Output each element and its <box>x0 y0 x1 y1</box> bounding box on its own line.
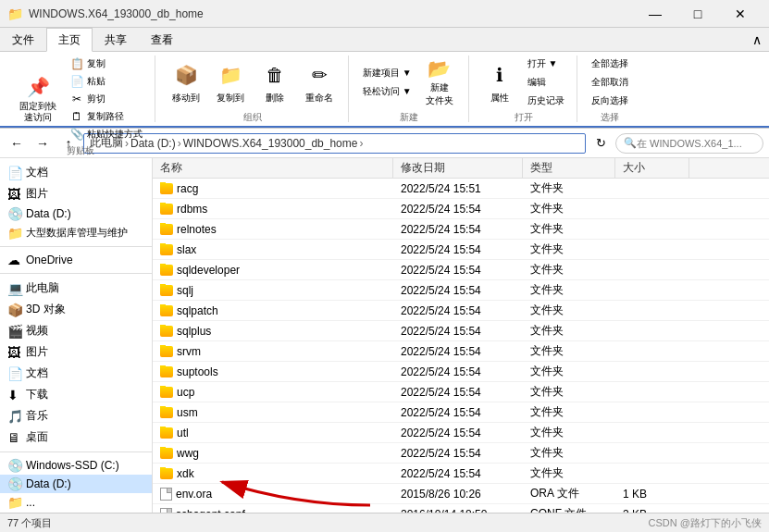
folder-icon <box>160 183 173 194</box>
search-input[interactable] <box>637 138 755 149</box>
new-folder-button[interactable]: 📂 新建文件夹 <box>418 56 461 109</box>
folder-icon <box>160 204 173 215</box>
sidebar-item-pictures[interactable]: 🖼 图片 <box>0 183 152 204</box>
easy-access-button[interactable]: 轻松访问 ▼ <box>358 83 416 100</box>
computer-icon: 💻 <box>7 282 22 295</box>
open-label: 打开 <box>515 111 533 126</box>
sidebar-item-downloads[interactable]: ⬇ 下载 <box>0 384 152 405</box>
header-size[interactable]: 大小 <box>615 158 689 178</box>
sidebar-item-docs[interactable]: 📄 文档 <box>0 363 152 384</box>
table-row[interactable]: sqlj 2022/5/24 15:54 文件夹 <box>153 280 769 301</box>
file-size: 1 KB <box>615 488 689 501</box>
file-type: 文件夹 <box>523 384 615 400</box>
table-row[interactable]: ucp 2022/5/24 15:54 文件夹 <box>153 382 769 402</box>
delete-button[interactable]: 🗑 删除 <box>254 56 296 109</box>
sidebar-item-pictures2[interactable]: 🖼 图片 <box>0 341 152 363</box>
file-name: schagent.conf <box>153 508 393 513</box>
header-type[interactable]: 类型 <box>523 158 615 178</box>
clipboard-group: 📌 固定到快速访问 📋 复制 📄 粘贴 ✂ <box>6 56 155 122</box>
drive-icon: 💿 <box>7 207 22 220</box>
pin-to-quickaccess-button[interactable]: 📌 固定到快速访问 <box>13 72 63 126</box>
file-name: usm <box>153 406 393 419</box>
minimize-button[interactable]: — <box>634 0 676 28</box>
copy-path-button[interactable]: 🗒 复制路径 <box>65 108 147 125</box>
table-row[interactable]: utl 2022/5/24 15:54 文件夹 <box>153 423 769 443</box>
cloud-icon: ☁ <box>7 254 22 266</box>
header-name[interactable]: 名称 <box>153 158 393 178</box>
sidebar-item-documents[interactable]: 📄 文档 <box>0 162 152 183</box>
table-row[interactable]: sqlplus 2022/5/24 15:54 文件夹 <box>153 321 769 341</box>
maximize-button[interactable]: □ <box>676 0 719 28</box>
file-date: 2022/5/24 15:54 <box>393 243 523 256</box>
copy-button[interactable]: 📋 复制 <box>65 56 147 72</box>
file-type: 文件夹 <box>523 404 615 420</box>
file-type: CONF 文件 <box>523 506 615 513</box>
move-icon: 📦 <box>171 60 201 90</box>
sidebar-item-data-selected[interactable]: 💿 Data (D:) <box>0 475 152 493</box>
sidebar-item-desktop[interactable]: 🖥 桌面 <box>0 427 152 448</box>
folder-icon <box>160 366 173 377</box>
sidebar-item-3d[interactable]: 📦 3D 对象 <box>0 299 152 320</box>
paste-button[interactable]: 📄 粘贴 <box>65 73 147 90</box>
sidebar-divider-3 <box>0 452 152 452</box>
sidebar-item-thispc[interactable]: 💻 此电脑 <box>0 278 152 299</box>
table-row[interactable]: slax 2022/5/24 15:54 文件夹 <box>153 240 769 260</box>
table-row[interactable]: suptools 2022/5/24 15:54 文件夹 <box>153 362 769 382</box>
file-name: sqldeveloper <box>153 264 393 277</box>
move-to-button[interactable]: 📦 移动到 <box>165 56 207 109</box>
sidebar-item-onedrive[interactable]: ☁ OneDrive <box>0 251 152 269</box>
file-date: 2022/5/24 15:54 <box>393 427 523 439</box>
file-date: 2022/5/24 15:54 <box>393 365 523 378</box>
invert-selection-button[interactable]: 反向选择 <box>587 93 633 109</box>
file-date: 2022/5/24 15:54 <box>393 203 523 216</box>
file-icon <box>160 508 172 513</box>
copy-to-button[interactable]: 📁 复制到 <box>209 56 252 109</box>
select-none-button[interactable]: 全部取消 <box>587 74 633 91</box>
rename-button[interactable]: ✏ 重命名 <box>298 56 341 109</box>
refresh-button[interactable]: ↻ <box>589 132 612 155</box>
table-row[interactable]: usm 2022/5/24 15:54 文件夹 <box>153 402 769 423</box>
table-row[interactable]: racg 2022/5/24 15:51 文件夹 <box>153 179 769 199</box>
cut-button[interactable]: ✂ 剪切 <box>65 91 147 107</box>
table-row[interactable]: schagent.conf 2016/10/14 18:50 CONF 文件 3… <box>153 504 769 513</box>
file-name: env.ora <box>153 488 393 501</box>
file-date: 2022/5/24 15:54 <box>393 406 523 419</box>
history-button[interactable]: 历史记录 <box>523 93 569 109</box>
open-button[interactable]: 打开 ▼ <box>523 56 569 72</box>
address-path[interactable]: 此电脑 › Data (D:) › WINDOWS.X64_193000_db_… <box>83 133 586 154</box>
table-row[interactable]: xdk 2022/5/24 15:54 文件夹 <box>153 464 769 484</box>
folder-icon <box>160 285 173 296</box>
ribbon-collapse-button[interactable]: ∧ <box>745 28 769 51</box>
new-item-button[interactable]: 新建项目 ▼ <box>358 65 416 81</box>
edit-button[interactable]: 编辑 <box>523 74 569 91</box>
table-row[interactable]: env.ora 2015/8/26 10:26 ORA 文件 1 KB <box>153 484 769 504</box>
tab-file[interactable]: 文件 <box>0 28 46 52</box>
sidebar-item-db-folder[interactable]: 📁 大型数据库管理与维护 <box>0 223 152 242</box>
table-row[interactable]: rdbms 2022/5/24 15:54 文件夹 <box>153 199 769 219</box>
table-row[interactable]: sqldeveloper 2022/5/24 15:54 文件夹 <box>153 260 769 280</box>
tab-home[interactable]: 主页 <box>46 28 93 52</box>
tab-view[interactable]: 查看 <box>139 28 185 52</box>
file-name: xdk <box>153 467 393 480</box>
sidebar-item-video[interactable]: 🎬 视频 <box>0 320 152 341</box>
table-row[interactable]: srvm 2022/5/24 15:54 文件夹 <box>153 341 769 362</box>
sidebar-item-music[interactable]: 🎵 音乐 <box>0 405 152 427</box>
video-icon: 🎬 <box>7 325 22 338</box>
file-type: 文件夹 <box>523 303 615 318</box>
properties-button[interactable]: ℹ 属性 <box>478 56 521 109</box>
sidebar-item-ssd[interactable]: 💿 Windows-SSD (C:) <box>0 456 152 475</box>
sidebar-item-data-d[interactable]: 💿 Data (D:) <box>0 204 152 223</box>
sidebar-item-more[interactable]: 📁 ... <box>0 493 152 512</box>
select-group: 全部选择 全部取消 反向选择 选择 <box>579 56 640 122</box>
close-button[interactable]: ✕ <box>719 0 762 28</box>
folder-icon <box>160 305 173 316</box>
table-row[interactable]: sqlpatch 2022/5/24 15:54 文件夹 <box>153 301 769 321</box>
file-size: 3 KB <box>615 508 689 513</box>
paste-shortcut-button[interactable]: 📎 粘贴快捷方式 <box>65 126 147 142</box>
header-date[interactable]: 修改日期 <box>393 158 523 178</box>
table-row[interactable]: wwg 2022/5/24 15:54 文件夹 <box>153 443 769 464</box>
file-date: 2015/8/26 10:26 <box>393 488 523 501</box>
table-row[interactable]: relnotes 2022/5/24 15:54 文件夹 <box>153 219 769 240</box>
select-all-button[interactable]: 全部选择 <box>587 56 633 72</box>
tab-share[interactable]: 共享 <box>93 28 139 52</box>
